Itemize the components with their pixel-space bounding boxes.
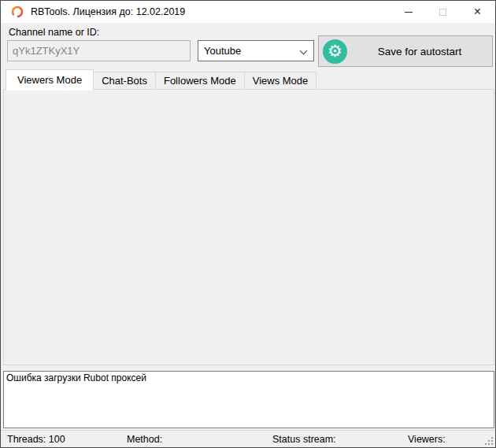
maximize-button [425, 1, 461, 23]
resize-grip[interactable] [485, 437, 494, 446]
tab-views-mode[interactable]: Views Mode [244, 72, 317, 90]
maximize-icon [439, 9, 446, 16]
status-method: Method: [127, 431, 162, 448]
status-viewers: Viewers: [408, 431, 446, 448]
status-bar: Threads: 100 Method: Status stream: View… [1, 430, 496, 448]
status-threads: Threads: 100 [7, 431, 65, 448]
channel-name-label: Channel name or ID: [9, 27, 99, 38]
tab-strip: Viewers Mode Chat-Bots Followers Mode Vi… [6, 69, 316, 91]
log-output[interactable]: Ошибка загрузки Rubot проксей [3, 371, 494, 428]
platform-select[interactable]: Youtube [198, 40, 314, 61]
tab-followers-mode[interactable]: Followers Mode [155, 72, 245, 90]
close-icon: × [474, 6, 481, 18]
tab-viewers-mode[interactable]: Viewers Mode [6, 69, 94, 91]
app-logo-icon [11, 6, 24, 18]
close-button[interactable]: × [460, 1, 495, 23]
minimize-button[interactable] [391, 1, 426, 23]
title-bar: RBTools. Лицензия до: 12.02.2019 × [1, 1, 495, 23]
save-for-autostart-button[interactable]: ⚙ Save for autostart [318, 35, 493, 67]
chevron-down-icon [300, 47, 308, 55]
window-title: RBTools. Лицензия до: 12.02.2019 [31, 1, 185, 23]
gear-icon: ⚙ [323, 39, 347, 64]
minimize-icon [405, 12, 413, 13]
tab-chat-bots[interactable]: Chat-Bots [93, 72, 156, 90]
status-stream: Status stream: [272, 431, 336, 448]
channel-name-input[interactable] [7, 40, 191, 61]
app-window: RBTools. Лицензия до: 12.02.2019 × Chann… [0, 0, 496, 448]
autostart-button-label: Save for autostart [347, 46, 492, 57]
viewers-mode-panel [3, 89, 494, 365]
platform-select-value: Youtube [198, 45, 301, 57]
